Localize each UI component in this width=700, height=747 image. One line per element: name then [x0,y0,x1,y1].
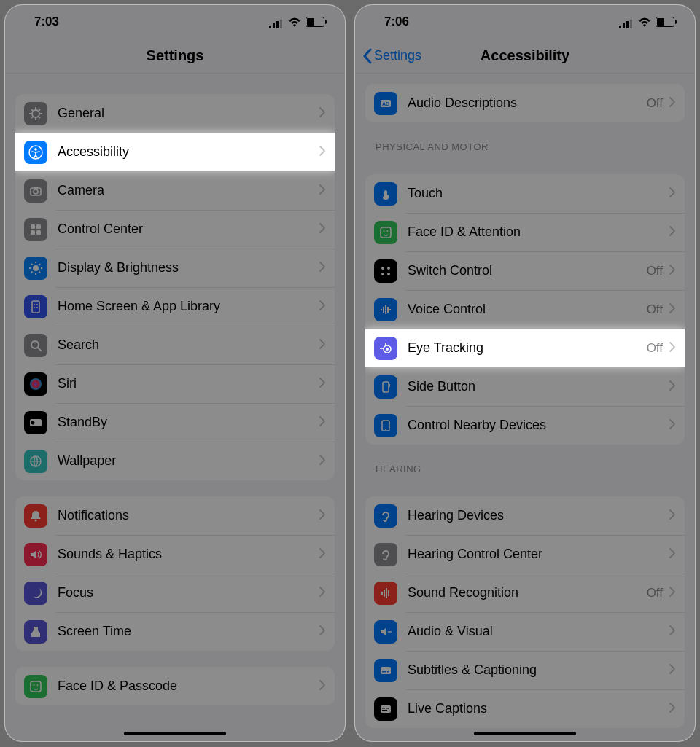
settings-row[interactable]: Siri [15,364,335,403]
row-label: Camera [58,183,319,198]
row-label: Eye Tracking [408,340,647,356]
row-label: Screen Time [58,624,319,639]
chevron-right-icon [319,261,326,275]
settings-row[interactable]: Wallpaper [15,442,335,480]
settings-row[interactable]: StandBy [15,403,335,442]
settings-row[interactable]: Search [15,326,335,364]
settings-row[interactable]: AD Audio Descriptions Off [365,84,685,122]
chevron-right-icon [669,187,676,201]
row-label: Touch [408,186,669,201]
settings-row[interactable]: Voice Control Off [365,290,685,329]
subtitles-icon [374,659,397,682]
chevron-right-icon [669,509,676,523]
svg-rect-1 [273,23,275,28]
cellular-signal-icon [269,17,284,26]
row-label: General [58,106,319,121]
chevron-right-icon [319,509,326,523]
accessibility-list[interactable]: AD Audio Descriptions Off PHYSICAL AND M… [355,74,695,741]
settings-row[interactable]: Touch [365,174,685,213]
settings-row[interactable]: Sounds & Haptics [15,535,335,574]
settings-row[interactable]: Accessibility [15,133,335,171]
phone-left: 7:03 Settings General Accessibility Came… [4,4,346,742]
svg-rect-43 [383,307,384,313]
wifi-icon [288,17,301,27]
chevron-right-icon [319,300,326,314]
settings-row[interactable]: Sound Recognition Off [365,574,685,612]
svg-rect-35 [381,227,391,238]
audio-visual-icon [374,620,397,644]
settings-row[interactable]: Face ID & Attention [365,213,685,251]
row-label: Hearing Devices [408,508,669,523]
row-label: Sound Recognition [408,585,647,601]
settings-row[interactable]: General [15,94,335,133]
settings-row[interactable]: Hearing Control Center [365,535,685,574]
settings-list[interactable]: General Accessibility Camera Control Cen… [5,74,345,741]
settings-row[interactable]: Side Button [365,367,685,406]
settings-row[interactable]: Live Captions [365,689,685,728]
svg-point-39 [387,267,390,270]
status-time: 7:03 [34,15,59,29]
svg-rect-3 [280,20,282,28]
sound-recognition-icon [374,582,397,605]
settings-row[interactable]: Audio & Visual [365,612,685,651]
settings-row[interactable]: Control Center [15,210,335,249]
row-label: Control Nearby Devices [408,418,669,433]
camera-icon [24,179,47,203]
svg-rect-42 [381,309,382,310]
settings-row[interactable]: Screen Time [15,612,335,651]
row-label: Wallpaper [58,453,319,469]
chevron-right-icon [669,625,676,639]
home-screen-icon [24,295,47,318]
chevron-right-icon [669,380,676,394]
settings-row[interactable]: Face ID & Passcode [15,667,335,705]
nearby-devices-icon [374,414,397,437]
chevron-right-icon [669,341,676,356]
row-label: Sounds & Haptics [58,547,319,562]
settings-row[interactable]: Switch Control Off [365,251,685,290]
control-center-icon [24,218,47,241]
svg-rect-13 [36,230,41,235]
svg-point-8 [34,189,38,194]
svg-rect-59 [387,671,389,673]
side-button-icon [374,375,397,399]
status-indicators [619,17,674,27]
status-time: 7:06 [384,15,409,29]
wifi-icon [638,17,651,27]
chevron-right-icon [319,338,326,353]
chevron-right-icon [319,625,326,639]
chevron-right-icon [669,547,676,562]
settings-row[interactable]: Subtitles & Captioning [365,651,685,689]
home-indicator[interactable] [124,732,226,735]
svg-point-21 [30,378,42,390]
battery-icon [306,17,324,27]
svg-rect-30 [623,23,625,28]
svg-point-18 [34,307,35,308]
settings-row[interactable]: Display & Brightness [15,249,335,287]
page-title: Settings [147,47,204,64]
svg-point-48 [386,348,389,351]
settings-row[interactable]: Camera [15,171,335,210]
svg-rect-9 [34,187,38,189]
settings-row[interactable]: Home Screen & App Library [15,287,335,326]
section-header: HEARING [365,445,685,480]
settings-row[interactable]: Eye Tracking Off [365,329,685,367]
faceid-icon [24,675,47,698]
settings-row[interactable]: Focus [15,574,335,612]
row-label: Control Center [58,222,319,237]
settings-row[interactable]: Notifications [15,496,335,535]
svg-rect-26 [31,681,41,692]
settings-row[interactable]: Hearing Devices [365,496,685,535]
settings-row[interactable]: Control Nearby Devices [365,406,685,445]
chevron-right-icon [319,106,326,121]
back-button[interactable]: Settings [362,48,421,64]
battery-icon [656,17,674,27]
notifications-icon [24,504,47,528]
row-label: Search [58,337,319,353]
faceid-attention-icon [374,221,397,244]
svg-point-40 [381,273,384,275]
home-indicator[interactable] [474,732,576,735]
row-value: Off [647,302,663,317]
standby-icon [24,411,47,434]
gear-icon [24,102,47,125]
svg-point-37 [387,230,389,232]
